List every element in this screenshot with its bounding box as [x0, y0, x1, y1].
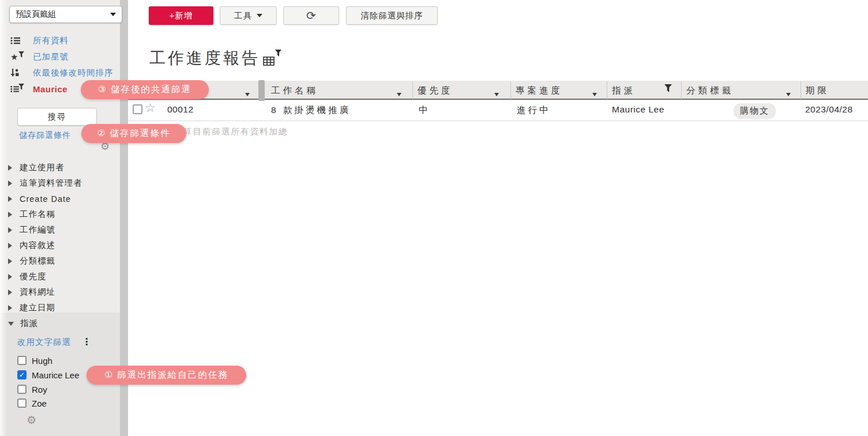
triangle-right-icon — [8, 243, 12, 249]
column-separator — [412, 81, 413, 99]
gear-icon[interactable]: ⚙ — [27, 415, 36, 426]
cell-task-id[interactable]: 00012 — [167, 104, 194, 115]
tools-button[interactable]: 工具 — [220, 6, 277, 25]
assignee-option-hugh[interactable]: Hugh — [17, 355, 52, 366]
sidebar-view-all-data[interactable]: 所有資料 — [10, 34, 69, 47]
triangle-right-icon — [8, 258, 12, 264]
list-filter-icon — [10, 85, 33, 93]
refresh-button[interactable]: ⟳ — [283, 6, 339, 25]
view-label: Maurice — [33, 84, 67, 94]
triangle-down-icon — [8, 322, 14, 326]
column-separator — [510, 81, 511, 99]
column-separator — [607, 81, 607, 99]
view-label: 所有資料 — [33, 35, 69, 46]
filter-field-create-user[interactable]: 建立使用者 — [8, 160, 118, 175]
checkbox-unchecked[interactable] — [17, 385, 27, 394]
tab-group-select[interactable]: 預設頁籤組 — [9, 6, 122, 23]
assignee-option-roy[interactable]: Roy — [17, 384, 47, 395]
column-header-assignee[interactable]: 指派 — [612, 85, 636, 97]
sidebar-view-starred[interactable]: ★ 已加星號 — [10, 50, 69, 63]
list-icon — [10, 37, 33, 44]
filtered-sum-note: 算目前篩選所有資料加總 — [183, 126, 288, 137]
star-filter-icon: ★ — [10, 52, 33, 61]
column-menu-priority[interactable] — [494, 88, 499, 99]
tab-group-select-value: 預設頁籤組 — [16, 9, 56, 20]
column-menu-task-id[interactable] — [245, 88, 250, 99]
filter-field-priority[interactable]: 優先度 — [8, 269, 118, 284]
assignee-option-maurice-lee[interactable]: ✓ Maurice Lee — [17, 369, 80, 381]
annotation-bubble-3: ③ 儲存後的共通篩選 — [81, 80, 209, 99]
save-filter-link[interactable]: 儲存篩選條件 — [19, 130, 71, 141]
assignee-option-zoe[interactable]: Zoe — [17, 397, 47, 409]
column-separator — [681, 81, 682, 99]
clear-filter-sort-button[interactable]: 清除篩選與排序 — [346, 6, 438, 25]
column-header-task-name[interactable]: 工作名稱 — [271, 85, 318, 97]
frozen-column-splitter[interactable] — [258, 80, 265, 101]
cell-progress[interactable]: 進行中 — [517, 104, 551, 116]
triangle-right-icon — [8, 165, 12, 171]
column-header-deadline[interactable]: 期限 — [806, 85, 829, 97]
sidebar-view-maurice[interactable]: Maurice — [10, 82, 67, 95]
sidebar-view-sort-modified[interactable]: 依最後修改時間排序 — [10, 66, 114, 79]
text-filter-link[interactable]: 改用文字篩選 — [17, 337, 71, 348]
sort-icon — [10, 69, 33, 77]
view-label: 依最後修改時間排序 — [33, 67, 114, 78]
new-record-button[interactable]: +新增 — [149, 6, 213, 25]
filter-field-url[interactable]: 資料網址 — [8, 284, 118, 300]
triangle-right-icon — [8, 212, 12, 217]
row-star-icon[interactable]: ☆ — [145, 102, 156, 114]
cell-assignee[interactable]: Maurice Lee — [612, 104, 664, 115]
tag-badge[interactable]: 購物文 — [734, 103, 776, 119]
filter-field-task-id[interactable]: 工作編號 — [8, 222, 118, 238]
filter-field-record-manager[interactable]: 這筆資料管理者 — [8, 175, 118, 191]
triangle-right-icon — [8, 305, 12, 311]
annotation-bubble-2: ② 儲存篩選條件 — [81, 124, 186, 143]
filter-field-create-date-en[interactable]: Create Date — [8, 191, 118, 206]
triangle-right-icon — [8, 227, 12, 233]
checkbox-checked[interactable]: ✓ — [17, 370, 27, 379]
triangle-right-icon — [8, 181, 12, 186]
cell-priority[interactable]: 中 — [419, 104, 430, 116]
filter-active-icon[interactable] — [664, 84, 672, 95]
page-title: 工作進度報告 — [149, 47, 260, 69]
refresh-icon: ⟳ — [306, 9, 316, 22]
column-menu-tag[interactable] — [786, 88, 791, 99]
column-menu-progress[interactable] — [592, 88, 597, 99]
cell-task-name[interactable]: 8 款掛燙機推廣 — [271, 104, 351, 116]
filter-field-tag[interactable]: 分類標籤 — [8, 253, 118, 269]
filter-field-description[interactable]: 內容敘述 — [8, 238, 118, 253]
checkbox-unchecked[interactable] — [17, 399, 27, 408]
filter-field-assignee-expanded[interactable]: 指派 — [8, 315, 118, 331]
search-button[interactable]: 搜尋 — [17, 108, 97, 126]
filter-field-create-date[interactable]: 建立日期 — [8, 300, 118, 315]
annotation-bubble-1: ① 篩選出指派給自己的任務 — [87, 366, 246, 385]
chevron-down-icon — [257, 14, 262, 17]
filter-field-task-name[interactable]: 工作名稱 — [8, 206, 118, 222]
column-header-progress[interactable]: 專案進度 — [516, 85, 563, 97]
column-separator — [801, 81, 801, 99]
chevron-down-icon — [110, 13, 116, 16]
kebab-menu-icon[interactable]: ⋮ — [82, 336, 91, 347]
column-header-priority[interactable]: 優先度 — [418, 85, 453, 97]
check-icon: ✓ — [19, 371, 25, 379]
triangle-right-icon — [8, 196, 12, 202]
column-menu-task-name[interactable] — [397, 88, 401, 99]
checkbox-unchecked[interactable] — [17, 356, 27, 365]
column-header-tag[interactable]: 分類標籤 — [686, 85, 734, 97]
app-root: 預設頁籤組 所有資料 ★ 已加星號 依最後修改時間排序 Maurice 搜尋 儲… — [0, 0, 868, 436]
row-checkbox[interactable] — [133, 104, 142, 114]
cell-deadline[interactable]: 2023/04/28 — [805, 104, 853, 115]
triangle-right-icon — [8, 274, 12, 280]
triangle-right-icon — [8, 290, 12, 295]
view-label: 已加星號 — [33, 51, 69, 62]
listing-page-filter-icon — [263, 50, 283, 66]
